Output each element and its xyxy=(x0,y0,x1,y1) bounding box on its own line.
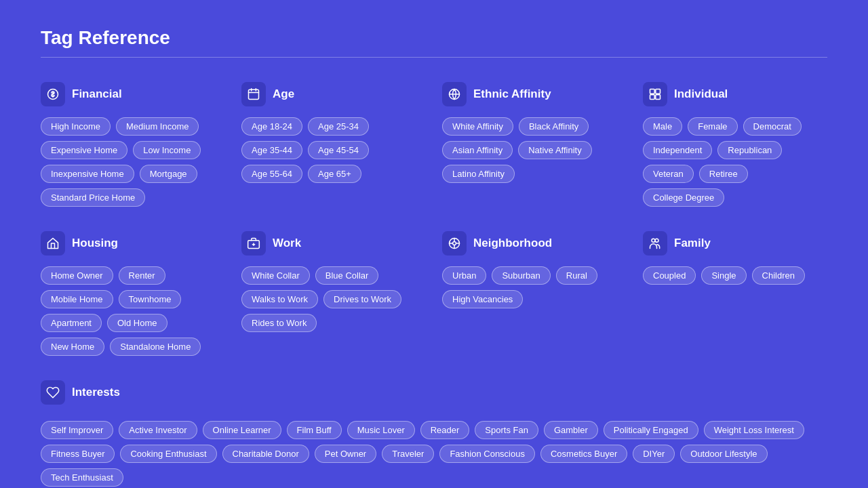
tag[interactable]: Townhome xyxy=(119,290,182,308)
section-neighborhood: NeighborhoodUrbanSuburbanRuralHigh Vacan… xyxy=(442,231,627,356)
tag[interactable]: High Vacancies xyxy=(442,290,523,308)
tag[interactable]: Asian Affinity xyxy=(442,141,513,159)
tag[interactable]: Standalone Home xyxy=(110,338,201,356)
section-age: AgeAge 18-24Age 25-34Age 35-44Age 45-54A… xyxy=(241,82,426,207)
tag[interactable]: Walks to Work xyxy=(241,290,318,308)
section-header-individual: Individual xyxy=(643,82,827,106)
tag[interactable]: Online Learner xyxy=(203,421,281,439)
tag[interactable]: New Home xyxy=(41,338,104,356)
tag[interactable]: Suburban xyxy=(492,266,550,285)
neighborhood-icon xyxy=(442,231,467,256)
tags-container-neighborhood: UrbanSuburbanRuralHigh Vacancies xyxy=(442,266,627,308)
section-financial: FinancialHigh IncomeMedium IncomeExpensi… xyxy=(41,82,225,207)
section-title-ethnic-affinity: Ethnic Affinity xyxy=(473,87,551,101)
section-header-family: Family xyxy=(643,231,827,256)
tag[interactable]: Republican xyxy=(717,141,782,159)
tag[interactable]: Politically Engaged xyxy=(604,421,698,439)
section-header-neighborhood: Neighborhood xyxy=(442,231,627,256)
tag[interactable]: Home Owner xyxy=(41,266,113,285)
tag[interactable]: Female xyxy=(688,117,737,136)
tag[interactable]: Urban xyxy=(442,266,486,285)
tag[interactable]: Apartment xyxy=(41,314,102,332)
section-header-ethnic-affinity: Ethnic Affinity xyxy=(442,82,627,106)
tag[interactable]: Fitness Buyer xyxy=(41,445,115,463)
tag[interactable]: Age 45-54 xyxy=(308,141,369,159)
section-header-interests: Interests xyxy=(41,380,827,405)
tag[interactable]: White Affinity xyxy=(442,117,513,136)
tag[interactable]: Latino Affinity xyxy=(442,165,515,183)
tag[interactable]: Coupled xyxy=(643,266,696,285)
tag[interactable]: Expensive Home xyxy=(41,141,127,159)
section-header-age: Age xyxy=(241,82,426,106)
tag[interactable]: Film Buff xyxy=(287,421,342,439)
tag[interactable]: Veteran xyxy=(643,165,694,183)
tag[interactable]: Standard Price Home xyxy=(41,188,145,207)
tag[interactable]: Mobile Home xyxy=(41,290,113,308)
tag[interactable]: Active Investor xyxy=(119,421,197,439)
tag[interactable]: Rides to Work xyxy=(241,314,317,332)
section-title-interests: Interests xyxy=(72,386,120,399)
tag[interactable]: Reader xyxy=(420,421,470,439)
tag[interactable]: Age 65+ xyxy=(308,165,361,183)
tag[interactable]: Black Affinity xyxy=(519,117,589,136)
section-header-housing: Housing xyxy=(41,231,225,256)
tag[interactable]: Independent xyxy=(643,141,712,159)
svg-rect-3 xyxy=(650,89,655,94)
tag[interactable]: Children xyxy=(752,266,805,285)
tag[interactable]: High Income xyxy=(41,117,111,136)
individual-icon xyxy=(643,82,667,106)
tags-container-ethnic-affinity: White AffinityBlack AffinityAsian Affini… xyxy=(442,117,627,183)
tag[interactable]: Age 35-44 xyxy=(241,141,302,159)
tag[interactable]: Retiree xyxy=(699,165,748,183)
tag[interactable]: Gambler xyxy=(544,421,598,439)
tag[interactable]: DIYer xyxy=(633,445,675,463)
tag[interactable]: Fashion Conscious xyxy=(439,445,535,463)
tag[interactable]: Traveler xyxy=(382,445,434,463)
tag[interactable]: Age 18-24 xyxy=(241,117,302,136)
tags-container-interests: Self ImproverActive InvestorOnline Learn… xyxy=(41,421,827,487)
tag[interactable]: Single xyxy=(701,266,746,285)
tag[interactable]: Weight Loss Interest xyxy=(704,421,804,439)
svg-point-17 xyxy=(655,239,658,242)
tag[interactable]: Rural xyxy=(556,266,597,285)
tag[interactable]: Age 25-34 xyxy=(308,117,369,136)
tag[interactable]: Sports Fan xyxy=(475,421,538,439)
tag[interactable]: Tech Enthusiast xyxy=(41,468,123,487)
tag[interactable]: Music Lover xyxy=(347,421,415,439)
tag[interactable]: Native Affinity xyxy=(518,141,592,159)
tag[interactable]: Charitable Donor xyxy=(222,445,309,463)
svg-rect-1 xyxy=(249,89,259,99)
tag[interactable]: Mortgage xyxy=(140,165,197,183)
tag[interactable]: Inexpensive Home xyxy=(41,165,134,183)
tag[interactable]: Self Improver xyxy=(41,421,113,439)
tag[interactable]: Democrat xyxy=(743,117,802,136)
tag[interactable]: Low Income xyxy=(133,141,201,159)
section-title-neighborhood: Neighborhood xyxy=(473,237,552,250)
tag[interactable]: Drives to Work xyxy=(323,290,401,308)
tag[interactable]: Old Home xyxy=(107,314,167,332)
tag[interactable]: Pet Owner xyxy=(315,445,376,463)
tags-container-work: White CollarBlue CollarWalks to WorkDriv… xyxy=(241,266,426,332)
section-housing: HousingHome OwnerRenterMobile HomeTownho… xyxy=(41,231,225,356)
section-title-financial: Financial xyxy=(72,87,122,101)
tag[interactable]: Outdoor Lifestyle xyxy=(680,445,767,463)
section-header-financial: Financial xyxy=(41,82,225,106)
section-title-family: Family xyxy=(674,237,711,250)
section-ethnic-affinity: Ethnic AffinityWhite AffinityBlack Affin… xyxy=(442,82,627,207)
tag[interactable]: College Degree xyxy=(643,188,724,207)
tag[interactable]: Medium Income xyxy=(116,117,199,136)
work-icon xyxy=(241,231,266,256)
svg-rect-5 xyxy=(650,95,655,100)
tags-container-housing: Home OwnerRenterMobile HomeTownhomeApart… xyxy=(41,266,225,356)
section-work: WorkWhite CollarBlue CollarWalks to Work… xyxy=(241,231,426,356)
svg-rect-4 xyxy=(656,89,660,94)
tag[interactable]: White Collar xyxy=(241,266,310,285)
tags-container-family: CoupledSingleChildren xyxy=(643,266,827,285)
financial-icon xyxy=(41,82,65,106)
tag[interactable]: Renter xyxy=(119,266,165,285)
tag[interactable]: Age 55-64 xyxy=(241,165,302,183)
tag[interactable]: Cosmetics Buyer xyxy=(540,445,627,463)
tag[interactable]: Cooking Enthusiast xyxy=(120,445,216,463)
tag[interactable]: Male xyxy=(643,117,682,136)
tag[interactable]: Blue Collar xyxy=(315,266,379,285)
